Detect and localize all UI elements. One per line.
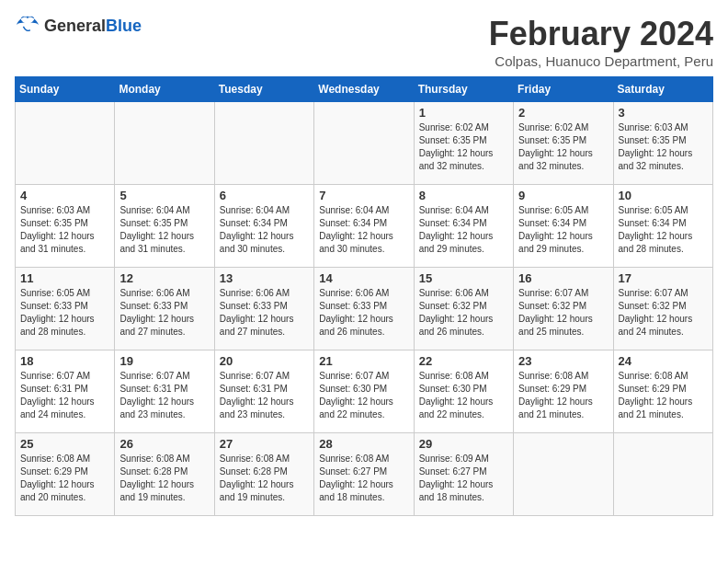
day-info: Sunrise: 6:07 AM Sunset: 6:31 PM Dayligh… bbox=[220, 370, 309, 421]
calendar-cell: 13Sunrise: 6:06 AM Sunset: 6:33 PM Dayli… bbox=[214, 268, 313, 350]
day-number: 22 bbox=[419, 354, 508, 368]
calendar-cell bbox=[214, 102, 313, 185]
day-number: 7 bbox=[319, 189, 408, 202]
day-number: 18 bbox=[20, 354, 109, 368]
calendar-week-row: 1Sunrise: 6:02 AM Sunset: 6:35 PM Daylig… bbox=[16, 102, 713, 185]
day-info: Sunrise: 6:05 AM Sunset: 6:33 PM Dayligh… bbox=[20, 287, 109, 339]
day-number: 9 bbox=[518, 189, 608, 202]
calendar-cell: 12Sunrise: 6:06 AM Sunset: 6:33 PM Dayli… bbox=[115, 268, 214, 350]
day-info: Sunrise: 6:07 AM Sunset: 6:31 PM Dayligh… bbox=[119, 370, 209, 421]
day-number: 21 bbox=[319, 354, 408, 368]
calendar-cell: 25Sunrise: 6:08 AM Sunset: 6:29 PM Dayli… bbox=[16, 433, 115, 516]
day-info: Sunrise: 6:08 AM Sunset: 6:29 PM Dayligh… bbox=[518, 370, 608, 421]
page-header: GeneralBlue February 2024 Colpas, Huanuc… bbox=[15, 15, 713, 69]
calendar-cell: 21Sunrise: 6:07 AM Sunset: 6:30 PM Dayli… bbox=[314, 350, 414, 433]
calendar-week-row: 11Sunrise: 6:05 AM Sunset: 6:33 PM Dayli… bbox=[16, 268, 713, 350]
day-number: 13 bbox=[220, 271, 309, 285]
calendar-cell: 7Sunrise: 6:04 AM Sunset: 6:34 PM Daylig… bbox=[314, 185, 414, 268]
day-header-thursday: Thursday bbox=[414, 77, 513, 102]
calendar-week-row: 18Sunrise: 6:07 AM Sunset: 6:31 PM Dayli… bbox=[16, 350, 713, 433]
title-area: February 2024 Colpas, Huanuco Department… bbox=[489, 15, 713, 69]
calendar-cell: 23Sunrise: 6:08 AM Sunset: 6:29 PM Dayli… bbox=[514, 350, 613, 433]
calendar-cell: 26Sunrise: 6:08 AM Sunset: 6:28 PM Dayli… bbox=[115, 433, 214, 516]
day-info: Sunrise: 6:06 AM Sunset: 6:33 PM Dayligh… bbox=[220, 287, 309, 339]
day-info: Sunrise: 6:05 AM Sunset: 6:34 PM Dayligh… bbox=[518, 204, 608, 256]
calendar-cell: 1Sunrise: 6:02 AM Sunset: 6:35 PM Daylig… bbox=[414, 102, 513, 185]
day-info: Sunrise: 6:02 AM Sunset: 6:35 PM Dayligh… bbox=[518, 121, 608, 173]
day-number: 10 bbox=[619, 189, 708, 202]
day-number: 28 bbox=[319, 437, 408, 451]
day-info: Sunrise: 6:02 AM Sunset: 6:35 PM Dayligh… bbox=[419, 121, 508, 173]
calendar-header-row: SundayMondayTuesdayWednesdayThursdayFrid… bbox=[16, 77, 713, 102]
calendar-cell: 28Sunrise: 6:08 AM Sunset: 6:27 PM Dayli… bbox=[314, 433, 414, 516]
day-info: Sunrise: 6:09 AM Sunset: 6:27 PM Dayligh… bbox=[419, 453, 508, 504]
day-info: Sunrise: 6:07 AM Sunset: 6:30 PM Dayligh… bbox=[319, 370, 408, 421]
day-number: 20 bbox=[220, 354, 309, 368]
day-info: Sunrise: 6:03 AM Sunset: 6:35 PM Dayligh… bbox=[20, 204, 109, 256]
day-number: 16 bbox=[518, 271, 608, 285]
day-number: 23 bbox=[518, 354, 608, 368]
day-info: Sunrise: 6:07 AM Sunset: 6:32 PM Dayligh… bbox=[518, 287, 608, 339]
day-info: Sunrise: 6:07 AM Sunset: 6:31 PM Dayligh… bbox=[20, 370, 109, 421]
day-number: 5 bbox=[119, 189, 209, 202]
day-header-wednesday: Wednesday bbox=[314, 77, 414, 102]
day-info: Sunrise: 6:08 AM Sunset: 6:29 PM Dayligh… bbox=[619, 370, 708, 421]
day-number: 12 bbox=[119, 271, 209, 285]
day-header-saturday: Saturday bbox=[613, 77, 712, 102]
calendar-cell: 8Sunrise: 6:04 AM Sunset: 6:34 PM Daylig… bbox=[414, 185, 513, 268]
calendar-cell: 24Sunrise: 6:08 AM Sunset: 6:29 PM Dayli… bbox=[613, 350, 712, 433]
calendar-cell: 2Sunrise: 6:02 AM Sunset: 6:35 PM Daylig… bbox=[514, 102, 613, 185]
day-number: 6 bbox=[220, 189, 309, 202]
day-number: 19 bbox=[119, 354, 209, 368]
day-info: Sunrise: 6:08 AM Sunset: 6:29 PM Dayligh… bbox=[20, 453, 109, 504]
calendar-table: SundayMondayTuesdayWednesdayThursdayFrid… bbox=[15, 76, 713, 516]
calendar-week-row: 25Sunrise: 6:08 AM Sunset: 6:29 PM Dayli… bbox=[16, 433, 713, 516]
calendar-cell: 10Sunrise: 6:05 AM Sunset: 6:34 PM Dayli… bbox=[613, 185, 712, 268]
day-number: 4 bbox=[20, 189, 109, 202]
calendar-cell: 5Sunrise: 6:04 AM Sunset: 6:35 PM Daylig… bbox=[115, 185, 214, 268]
logo: GeneralBlue bbox=[15, 15, 142, 37]
day-number: 26 bbox=[119, 437, 209, 451]
day-info: Sunrise: 6:04 AM Sunset: 6:34 PM Dayligh… bbox=[220, 204, 309, 256]
day-number: 8 bbox=[419, 189, 508, 202]
day-number: 14 bbox=[319, 271, 408, 285]
day-header-sunday: Sunday bbox=[16, 77, 115, 102]
logo-general: General bbox=[44, 17, 106, 35]
day-header-friday: Friday bbox=[514, 77, 613, 102]
calendar-week-row: 4Sunrise: 6:03 AM Sunset: 6:35 PM Daylig… bbox=[16, 185, 713, 268]
calendar-cell: 19Sunrise: 6:07 AM Sunset: 6:31 PM Dayli… bbox=[115, 350, 214, 433]
calendar-cell: 15Sunrise: 6:06 AM Sunset: 6:32 PM Dayli… bbox=[414, 268, 513, 350]
day-number: 11 bbox=[20, 271, 109, 285]
calendar-cell bbox=[514, 433, 613, 516]
day-info: Sunrise: 6:06 AM Sunset: 6:33 PM Dayligh… bbox=[319, 287, 408, 339]
day-header-tuesday: Tuesday bbox=[214, 77, 313, 102]
day-info: Sunrise: 6:05 AM Sunset: 6:34 PM Dayligh… bbox=[619, 204, 708, 256]
calendar-cell: 3Sunrise: 6:03 AM Sunset: 6:35 PM Daylig… bbox=[613, 102, 712, 185]
calendar-cell: 11Sunrise: 6:05 AM Sunset: 6:33 PM Dayli… bbox=[16, 268, 115, 350]
calendar-cell: 6Sunrise: 6:04 AM Sunset: 6:34 PM Daylig… bbox=[214, 185, 313, 268]
calendar-cell: 22Sunrise: 6:08 AM Sunset: 6:30 PM Dayli… bbox=[414, 350, 513, 433]
day-info: Sunrise: 6:07 AM Sunset: 6:32 PM Dayligh… bbox=[619, 287, 708, 339]
day-info: Sunrise: 6:03 AM Sunset: 6:35 PM Dayligh… bbox=[619, 121, 708, 173]
logo-blue: Blue bbox=[106, 17, 142, 35]
calendar-cell: 18Sunrise: 6:07 AM Sunset: 6:31 PM Dayli… bbox=[16, 350, 115, 433]
day-header-monday: Monday bbox=[115, 77, 214, 102]
calendar-cell bbox=[115, 102, 214, 185]
day-info: Sunrise: 6:04 AM Sunset: 6:35 PM Dayligh… bbox=[119, 204, 209, 256]
day-info: Sunrise: 6:04 AM Sunset: 6:34 PM Dayligh… bbox=[419, 204, 508, 256]
location-subtitle: Colpas, Huanuco Department, Peru bbox=[489, 53, 713, 69]
day-number: 3 bbox=[619, 106, 708, 120]
calendar-cell: 17Sunrise: 6:07 AM Sunset: 6:32 PM Dayli… bbox=[613, 268, 712, 350]
day-number: 24 bbox=[619, 354, 708, 368]
month-title: February 2024 bbox=[489, 15, 713, 53]
calendar-cell: 4Sunrise: 6:03 AM Sunset: 6:35 PM Daylig… bbox=[16, 185, 115, 268]
day-number: 17 bbox=[619, 271, 708, 285]
calendar-cell: 14Sunrise: 6:06 AM Sunset: 6:33 PM Dayli… bbox=[314, 268, 414, 350]
calendar-cell bbox=[314, 102, 414, 185]
calendar-cell bbox=[613, 433, 712, 516]
day-info: Sunrise: 6:04 AM Sunset: 6:34 PM Dayligh… bbox=[319, 204, 408, 256]
calendar-cell: 9Sunrise: 6:05 AM Sunset: 6:34 PM Daylig… bbox=[514, 185, 613, 268]
calendar-cell: 20Sunrise: 6:07 AM Sunset: 6:31 PM Dayli… bbox=[214, 350, 313, 433]
day-info: Sunrise: 6:06 AM Sunset: 6:33 PM Dayligh… bbox=[119, 287, 209, 339]
day-number: 1 bbox=[419, 106, 508, 120]
